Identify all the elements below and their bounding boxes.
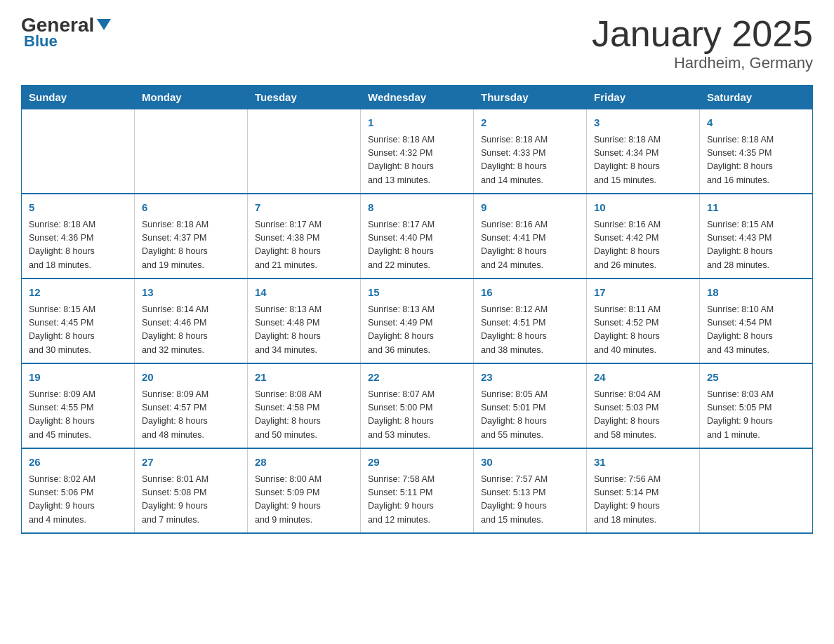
page-header: General Blue January 2025 Hardheim, Germ… [21, 14, 813, 72]
day-info: Sunrise: 8:08 AM Sunset: 4:58 PM Dayligh… [255, 388, 353, 443]
day-info: Sunrise: 8:13 AM Sunset: 4:48 PM Dayligh… [255, 303, 353, 358]
day-number: 23 [481, 370, 579, 386]
day-info: Sunrise: 7:56 AM Sunset: 5:14 PM Dayligh… [594, 473, 692, 528]
main-title: January 2025 [592, 14, 813, 54]
calendar-cell [22, 109, 135, 194]
col-header-friday: Friday [587, 86, 700, 109]
calendar-cell: 11Sunrise: 8:15 AM Sunset: 4:43 PM Dayli… [700, 194, 813, 279]
day-number: 18 [707, 285, 805, 301]
calendar-cell: 30Sunrise: 7:57 AM Sunset: 5:13 PM Dayli… [474, 448, 587, 533]
day-info: Sunrise: 8:17 AM Sunset: 4:38 PM Dayligh… [255, 218, 353, 273]
day-number: 25 [707, 370, 805, 386]
subtitle: Hardheim, Germany [592, 54, 813, 72]
calendar-cell: 2Sunrise: 8:18 AM Sunset: 4:33 PM Daylig… [474, 109, 587, 194]
day-info: Sunrise: 8:09 AM Sunset: 4:57 PM Dayligh… [142, 388, 240, 443]
week-row-1: 1Sunrise: 8:18 AM Sunset: 4:32 PM Daylig… [22, 109, 813, 194]
calendar-cell: 14Sunrise: 8:13 AM Sunset: 4:48 PM Dayli… [248, 279, 361, 363]
day-info: Sunrise: 8:17 AM Sunset: 4:40 PM Dayligh… [368, 218, 466, 273]
day-info: Sunrise: 8:18 AM Sunset: 4:33 PM Dayligh… [481, 133, 579, 188]
col-header-monday: Monday [135, 86, 248, 109]
day-info: Sunrise: 8:16 AM Sunset: 4:41 PM Dayligh… [481, 218, 579, 273]
day-number: 7 [255, 200, 353, 216]
day-info: Sunrise: 8:00 AM Sunset: 5:09 PM Dayligh… [255, 473, 353, 528]
day-info: Sunrise: 8:15 AM Sunset: 4:45 PM Dayligh… [29, 303, 127, 358]
day-number: 4 [707, 115, 805, 131]
day-number: 3 [594, 115, 692, 131]
day-info: Sunrise: 8:18 AM Sunset: 4:35 PM Dayligh… [707, 133, 805, 188]
calendar-cell: 27Sunrise: 8:01 AM Sunset: 5:08 PM Dayli… [135, 448, 248, 533]
day-number: 30 [481, 455, 579, 471]
col-header-sunday: Sunday [22, 86, 135, 109]
day-number: 2 [481, 115, 579, 131]
title-area: January 2025 Hardheim, Germany [592, 14, 813, 72]
day-info: Sunrise: 8:14 AM Sunset: 4:46 PM Dayligh… [142, 303, 240, 358]
calendar-cell: 5Sunrise: 8:18 AM Sunset: 4:36 PM Daylig… [22, 194, 135, 279]
day-info: Sunrise: 8:12 AM Sunset: 4:51 PM Dayligh… [481, 303, 579, 358]
day-number: 13 [142, 285, 240, 301]
logo-triangle-icon [97, 19, 111, 30]
day-info: Sunrise: 8:18 AM Sunset: 4:36 PM Dayligh… [29, 218, 127, 273]
calendar-cell: 15Sunrise: 8:13 AM Sunset: 4:49 PM Dayli… [361, 279, 474, 363]
calendar-cell: 17Sunrise: 8:11 AM Sunset: 4:52 PM Dayli… [587, 279, 700, 363]
day-number: 28 [255, 455, 353, 471]
day-number: 29 [368, 455, 466, 471]
day-number: 16 [481, 285, 579, 301]
day-number: 5 [29, 200, 127, 216]
day-info: Sunrise: 8:03 AM Sunset: 5:05 PM Dayligh… [707, 388, 805, 443]
day-number: 10 [594, 200, 692, 216]
day-info: Sunrise: 8:05 AM Sunset: 5:01 PM Dayligh… [481, 388, 579, 443]
week-row-5: 26Sunrise: 8:02 AM Sunset: 5:06 PM Dayli… [22, 448, 813, 533]
calendar-cell: 6Sunrise: 8:18 AM Sunset: 4:37 PM Daylig… [135, 194, 248, 279]
day-number: 24 [594, 370, 692, 386]
day-number: 21 [255, 370, 353, 386]
calendar-cell: 22Sunrise: 8:07 AM Sunset: 5:00 PM Dayli… [361, 363, 474, 448]
calendar-cell [248, 109, 361, 194]
calendar-cell: 18Sunrise: 8:10 AM Sunset: 4:54 PM Dayli… [700, 279, 813, 363]
day-number: 6 [142, 200, 240, 216]
logo-blue-text: Blue [24, 32, 58, 51]
day-info: Sunrise: 8:09 AM Sunset: 4:55 PM Dayligh… [29, 388, 127, 443]
day-number: 19 [29, 370, 127, 386]
col-header-thursday: Thursday [474, 86, 587, 109]
col-header-wednesday: Wednesday [361, 86, 474, 109]
week-row-2: 5Sunrise: 8:18 AM Sunset: 4:36 PM Daylig… [22, 194, 813, 279]
calendar-cell: 31Sunrise: 7:56 AM Sunset: 5:14 PM Dayli… [587, 448, 700, 533]
calendar-cell: 19Sunrise: 8:09 AM Sunset: 4:55 PM Dayli… [22, 363, 135, 448]
day-number: 11 [707, 200, 805, 216]
day-number: 1 [368, 115, 466, 131]
calendar-cell: 4Sunrise: 8:18 AM Sunset: 4:35 PM Daylig… [700, 109, 813, 194]
col-header-tuesday: Tuesday [248, 86, 361, 109]
calendar-cell [135, 109, 248, 194]
day-number: 22 [368, 370, 466, 386]
day-number: 27 [142, 455, 240, 471]
day-info: Sunrise: 8:11 AM Sunset: 4:52 PM Dayligh… [594, 303, 692, 358]
day-info: Sunrise: 8:10 AM Sunset: 4:54 PM Dayligh… [707, 303, 805, 358]
calendar-cell: 24Sunrise: 8:04 AM Sunset: 5:03 PM Dayli… [587, 363, 700, 448]
calendar-cell: 26Sunrise: 8:02 AM Sunset: 5:06 PM Dayli… [22, 448, 135, 533]
day-number: 31 [594, 455, 692, 471]
logo-area: General Blue [21, 14, 111, 51]
day-number: 20 [142, 370, 240, 386]
calendar-cell: 10Sunrise: 8:16 AM Sunset: 4:42 PM Dayli… [587, 194, 700, 279]
calendar-header-row: SundayMondayTuesdayWednesdayThursdayFrid… [22, 86, 813, 109]
day-number: 12 [29, 285, 127, 301]
day-info: Sunrise: 8:04 AM Sunset: 5:03 PM Dayligh… [594, 388, 692, 443]
calendar-table: SundayMondayTuesdayWednesdayThursdayFrid… [21, 85, 813, 534]
week-row-4: 19Sunrise: 8:09 AM Sunset: 4:55 PM Dayli… [22, 363, 813, 448]
day-info: Sunrise: 8:02 AM Sunset: 5:06 PM Dayligh… [29, 473, 127, 528]
calendar-cell: 20Sunrise: 8:09 AM Sunset: 4:57 PM Dayli… [135, 363, 248, 448]
week-row-3: 12Sunrise: 8:15 AM Sunset: 4:45 PM Dayli… [22, 279, 813, 363]
calendar-cell: 13Sunrise: 8:14 AM Sunset: 4:46 PM Dayli… [135, 279, 248, 363]
day-number: 8 [368, 200, 466, 216]
day-info: Sunrise: 8:18 AM Sunset: 4:37 PM Dayligh… [142, 218, 240, 273]
day-info: Sunrise: 8:07 AM Sunset: 5:00 PM Dayligh… [368, 388, 466, 443]
day-info: Sunrise: 8:16 AM Sunset: 4:42 PM Dayligh… [594, 218, 692, 273]
day-number: 26 [29, 455, 127, 471]
day-number: 14 [255, 285, 353, 301]
calendar-cell: 23Sunrise: 8:05 AM Sunset: 5:01 PM Dayli… [474, 363, 587, 448]
day-info: Sunrise: 8:01 AM Sunset: 5:08 PM Dayligh… [142, 473, 240, 528]
day-number: 9 [481, 200, 579, 216]
col-header-saturday: Saturday [700, 86, 813, 109]
day-info: Sunrise: 8:18 AM Sunset: 4:34 PM Dayligh… [594, 133, 692, 188]
day-info: Sunrise: 8:13 AM Sunset: 4:49 PM Dayligh… [368, 303, 466, 358]
